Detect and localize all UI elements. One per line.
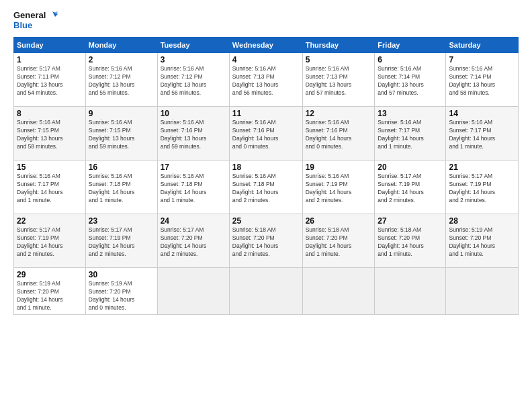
day-info: Sunrise: 5:17 AM Sunset: 7:19 PM Dayligh…: [449, 173, 515, 205]
calendar-cell: 16Sunrise: 5:16 AM Sunset: 7:18 PM Dayli…: [85, 161, 157, 214]
day-info: Sunrise: 5:19 AM Sunset: 7:20 PM Dayligh…: [17, 280, 83, 312]
day-number: 25: [232, 216, 300, 226]
day-info: Sunrise: 5:16 AM Sunset: 7:19 PM Dayligh…: [306, 173, 372, 205]
calendar-cell: 3Sunrise: 5:16 AM Sunset: 7:12 PM Daylig…: [157, 53, 229, 107]
col-header-friday: Friday: [375, 38, 446, 53]
day-info: Sunrise: 5:17 AM Sunset: 7:19 PM Dayligh…: [17, 226, 83, 259]
logo-bird-icon: [47, 10, 58, 21]
day-number: 20: [378, 163, 443, 172]
col-header-monday: Monday: [85, 38, 157, 53]
day-info: Sunrise: 5:18 AM Sunset: 7:20 PM Dayligh…: [232, 226, 300, 259]
day-info: Sunrise: 5:17 AM Sunset: 7:19 PM Dayligh…: [89, 226, 154, 259]
calendar-cell: 23Sunrise: 5:17 AM Sunset: 7:19 PM Dayli…: [85, 214, 157, 268]
day-info: Sunrise: 5:16 AM Sunset: 7:16 PM Dayligh…: [306, 119, 372, 151]
day-info: Sunrise: 5:16 AM Sunset: 7:18 PM Dayligh…: [232, 173, 300, 205]
day-info: Sunrise: 5:18 AM Sunset: 7:20 PM Dayligh…: [378, 226, 443, 259]
day-number: 13: [378, 109, 443, 118]
col-header-thursday: Thursday: [302, 38, 375, 53]
day-number: 17: [161, 163, 226, 172]
day-number: 1: [17, 55, 83, 64]
calendar-cell: [375, 268, 446, 315]
calendar-cell: 18Sunrise: 5:16 AM Sunset: 7:18 PM Dayli…: [229, 161, 302, 214]
day-number: 11: [232, 109, 300, 118]
calendar-cell: 26Sunrise: 5:18 AM Sunset: 7:20 PM Dayli…: [302, 214, 375, 268]
day-number: 24: [161, 216, 226, 226]
calendar-week-3: 15Sunrise: 5:16 AM Sunset: 7:17 PM Dayli…: [14, 161, 519, 214]
col-header-tuesday: Tuesday: [157, 38, 229, 53]
calendar-cell: 19Sunrise: 5:16 AM Sunset: 7:19 PM Dayli…: [302, 161, 375, 214]
calendar-cell: 15Sunrise: 5:16 AM Sunset: 7:17 PM Dayli…: [14, 161, 86, 214]
day-number: 18: [232, 163, 300, 172]
day-number: 29: [17, 270, 83, 279]
calendar-cell: 29Sunrise: 5:19 AM Sunset: 7:20 PM Dayli…: [14, 268, 86, 315]
header: General Blue: [13, 10, 519, 30]
day-number: 9: [89, 109, 154, 118]
calendar-week-2: 8Sunrise: 5:16 AM Sunset: 7:15 PM Daylig…: [14, 107, 519, 161]
day-number: 15: [17, 163, 83, 172]
day-number: 8: [17, 109, 83, 118]
logo: General Blue: [13, 10, 58, 30]
day-number: 10: [161, 109, 226, 118]
col-header-sunday: Sunday: [14, 38, 86, 53]
calendar-cell: 27Sunrise: 5:18 AM Sunset: 7:20 PM Dayli…: [375, 214, 446, 268]
day-number: 27: [378, 216, 443, 226]
calendar-cell: 12Sunrise: 5:16 AM Sunset: 7:16 PM Dayli…: [302, 107, 375, 161]
day-info: Sunrise: 5:16 AM Sunset: 7:12 PM Dayligh…: [161, 65, 226, 97]
calendar-cell: 17Sunrise: 5:16 AM Sunset: 7:18 PM Dayli…: [157, 161, 229, 214]
calendar-page: General Blue SundayMondayTuesdayWednesda…: [0, 0, 532, 411]
day-info: Sunrise: 5:16 AM Sunset: 7:14 PM Dayligh…: [378, 65, 443, 97]
calendar-cell: [446, 268, 519, 315]
day-info: Sunrise: 5:16 AM Sunset: 7:13 PM Dayligh…: [306, 65, 372, 97]
day-info: Sunrise: 5:16 AM Sunset: 7:16 PM Dayligh…: [161, 119, 226, 151]
calendar-header-row: SundayMondayTuesdayWednesdayThursdayFrid…: [14, 38, 519, 53]
day-info: Sunrise: 5:17 AM Sunset: 7:19 PM Dayligh…: [378, 173, 443, 205]
logo-blue: Blue: [13, 21, 58, 30]
day-number: 28: [449, 216, 515, 226]
day-info: Sunrise: 5:16 AM Sunset: 7:16 PM Dayligh…: [232, 119, 300, 151]
day-number: 22: [17, 216, 83, 226]
day-info: Sunrise: 5:19 AM Sunset: 7:20 PM Dayligh…: [89, 280, 154, 312]
calendar-cell: 10Sunrise: 5:16 AM Sunset: 7:16 PM Dayli…: [157, 107, 229, 161]
day-number: 6: [378, 55, 443, 64]
day-number: 12: [306, 109, 372, 118]
calendar-table: SundayMondayTuesdayWednesdayThursdayFrid…: [13, 37, 519, 315]
day-number: 23: [89, 216, 154, 226]
calendar-cell: [157, 268, 229, 315]
calendar-cell: 9Sunrise: 5:16 AM Sunset: 7:15 PM Daylig…: [85, 107, 157, 161]
day-number: 30: [89, 270, 154, 279]
col-header-wednesday: Wednesday: [229, 38, 302, 53]
calendar-cell: 7Sunrise: 5:16 AM Sunset: 7:14 PM Daylig…: [446, 53, 519, 107]
day-number: 26: [306, 216, 372, 226]
calendar-cell: 1Sunrise: 5:17 AM Sunset: 7:11 PM Daylig…: [14, 53, 86, 107]
day-info: Sunrise: 5:16 AM Sunset: 7:17 PM Dayligh…: [449, 119, 515, 151]
day-info: Sunrise: 5:17 AM Sunset: 7:11 PM Dayligh…: [17, 65, 83, 97]
day-number: 19: [306, 163, 372, 172]
calendar-cell: 8Sunrise: 5:16 AM Sunset: 7:15 PM Daylig…: [14, 107, 86, 161]
day-info: Sunrise: 5:16 AM Sunset: 7:14 PM Dayligh…: [449, 65, 515, 97]
day-info: Sunrise: 5:16 AM Sunset: 7:12 PM Dayligh…: [89, 65, 154, 97]
day-info: Sunrise: 5:16 AM Sunset: 7:17 PM Dayligh…: [17, 173, 83, 205]
calendar-week-5: 29Sunrise: 5:19 AM Sunset: 7:20 PM Dayli…: [14, 268, 519, 315]
calendar-cell: 6Sunrise: 5:16 AM Sunset: 7:14 PM Daylig…: [375, 53, 446, 107]
logo-general: General: [13, 11, 46, 20]
day-number: 2: [89, 55, 154, 64]
calendar-cell: [302, 268, 375, 315]
calendar-week-1: 1Sunrise: 5:17 AM Sunset: 7:11 PM Daylig…: [14, 53, 519, 107]
calendar-cell: 14Sunrise: 5:16 AM Sunset: 7:17 PM Dayli…: [446, 107, 519, 161]
day-info: Sunrise: 5:16 AM Sunset: 7:18 PM Dayligh…: [161, 173, 226, 205]
calendar-cell: 4Sunrise: 5:16 AM Sunset: 7:13 PM Daylig…: [229, 53, 302, 107]
day-info: Sunrise: 5:16 AM Sunset: 7:17 PM Dayligh…: [378, 119, 443, 151]
day-info: Sunrise: 5:16 AM Sunset: 7:15 PM Dayligh…: [89, 119, 154, 151]
day-number: 5: [306, 55, 372, 64]
calendar-cell: 21Sunrise: 5:17 AM Sunset: 7:19 PM Dayli…: [446, 161, 519, 214]
day-number: 14: [449, 109, 515, 118]
calendar-week-4: 22Sunrise: 5:17 AM Sunset: 7:19 PM Dayli…: [14, 214, 519, 268]
day-number: 16: [89, 163, 154, 172]
calendar-cell: 24Sunrise: 5:17 AM Sunset: 7:20 PM Dayli…: [157, 214, 229, 268]
day-number: 7: [449, 55, 515, 64]
day-info: Sunrise: 5:18 AM Sunset: 7:20 PM Dayligh…: [306, 226, 372, 259]
day-number: 3: [161, 55, 226, 64]
calendar-cell: 5Sunrise: 5:16 AM Sunset: 7:13 PM Daylig…: [302, 53, 375, 107]
day-info: Sunrise: 5:16 AM Sunset: 7:15 PM Dayligh…: [17, 119, 83, 151]
calendar-cell: 30Sunrise: 5:19 AM Sunset: 7:20 PM Dayli…: [85, 268, 157, 315]
